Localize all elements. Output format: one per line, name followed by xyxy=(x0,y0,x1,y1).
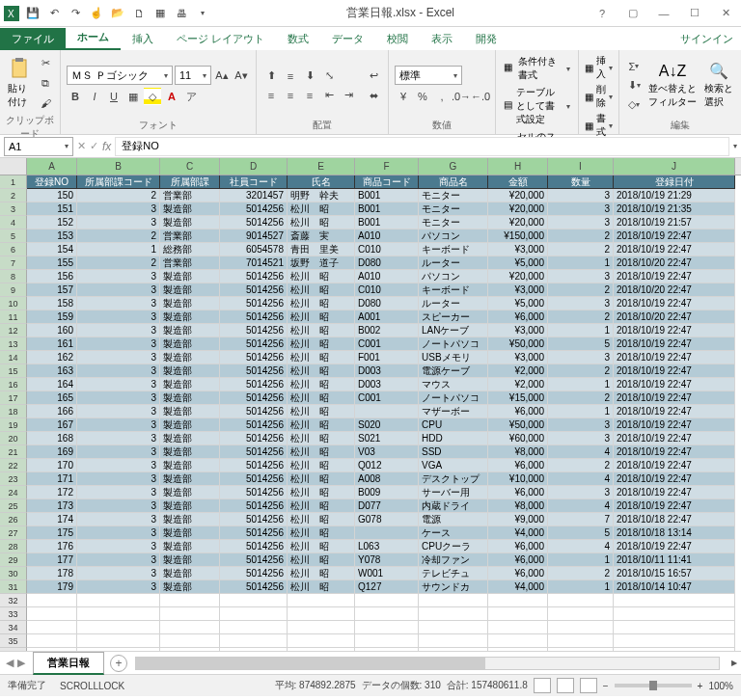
cell[interactable] xyxy=(27,594,77,607)
cell[interactable] xyxy=(220,607,288,621)
cell[interactable]: 2018/10/19 22:47 xyxy=(614,324,735,337)
cell[interactable]: 製造部 xyxy=(160,472,220,486)
cell[interactable] xyxy=(419,648,488,652)
cell[interactable]: ¥10,000 xyxy=(488,472,548,486)
cell[interactable] xyxy=(614,648,735,652)
cell[interactable]: 製造部 xyxy=(160,351,220,364)
sheet-nav-next-icon[interactable]: ▶ xyxy=(17,657,25,669)
cell[interactable]: 5014256 xyxy=(220,445,288,459)
row-header[interactable]: 30 xyxy=(0,567,27,580)
cell[interactable] xyxy=(220,648,288,652)
cell[interactable]: 2018/10/19 21:57 xyxy=(614,216,735,229)
zoom-in-button[interactable]: + xyxy=(698,681,703,691)
cell[interactable] xyxy=(488,607,548,621)
cell[interactable]: 1 xyxy=(548,378,614,391)
cell[interactable]: 2018/10/19 22:47 xyxy=(614,229,735,243)
cell[interactable]: 2 xyxy=(77,256,160,270)
cell[interactable]: ¥50,000 xyxy=(488,337,548,351)
cell[interactable]: 松川 昭 xyxy=(288,391,355,405)
cell[interactable]: 160 xyxy=(27,324,77,337)
cell[interactable]: 3 xyxy=(77,202,160,216)
cell[interactable] xyxy=(419,594,488,607)
cell[interactable]: 松川 昭 xyxy=(288,540,355,553)
cell[interactable]: 5 xyxy=(548,526,614,540)
table-header-cell[interactable]: 登録日付 xyxy=(614,175,735,189)
cell[interactable]: 製造部 xyxy=(160,526,220,540)
copy-button[interactable]: ⧉ xyxy=(37,74,54,92)
cell[interactable]: 製造部 xyxy=(160,297,220,310)
cell[interactable] xyxy=(220,621,288,634)
cell[interactable]: 2 xyxy=(548,229,614,243)
cell[interactable]: 3 xyxy=(77,513,160,526)
cell[interactable]: 5014256 xyxy=(220,432,288,445)
cell[interactable]: 161 xyxy=(27,337,77,351)
col-header-C[interactable]: C xyxy=(160,158,220,175)
cell[interactable]: ルーター xyxy=(419,256,488,270)
cell[interactable]: 3 xyxy=(77,351,160,364)
open-icon[interactable]: 📂 xyxy=(110,6,125,21)
cell[interactable]: 168 xyxy=(27,432,77,445)
cell[interactable]: 3 xyxy=(548,216,614,229)
cell[interactable]: 5014256 xyxy=(220,324,288,337)
col-header-F[interactable]: F xyxy=(355,158,419,175)
cell[interactable]: 3 xyxy=(77,445,160,459)
cell[interactable]: 5014256 xyxy=(220,351,288,364)
underline-button[interactable]: U xyxy=(105,88,123,105)
cell[interactable] xyxy=(288,648,355,652)
tab-校閲[interactable]: 校閲 xyxy=(375,28,420,50)
cell[interactable]: D003 xyxy=(355,364,419,378)
cell[interactable] xyxy=(288,634,355,648)
cell[interactable]: 3 xyxy=(548,432,614,445)
cell[interactable]: 5014256 xyxy=(220,486,288,499)
cell[interactable]: 製造部 xyxy=(160,310,220,324)
cell[interactable]: 2018/10/19 22:47 xyxy=(614,459,735,472)
fill-color-button[interactable]: ◇ xyxy=(144,88,161,105)
cell[interactable]: Y078 xyxy=(355,553,419,567)
cell[interactable]: 2 xyxy=(548,391,614,405)
cell[interactable]: マウス xyxy=(419,378,488,391)
row-header[interactable]: 18 xyxy=(0,405,27,418)
border-button[interactable]: ▦ xyxy=(124,88,142,105)
cell[interactable]: 5014256 xyxy=(220,297,288,310)
cell[interactable]: 斎藤 実 xyxy=(288,229,355,243)
cell[interactable]: デスクトップ xyxy=(419,472,488,486)
cell[interactable]: 2018/10/19 22:47 xyxy=(614,499,735,513)
cell[interactable]: 1 xyxy=(548,256,614,270)
cell[interactable]: 松川 昭 xyxy=(288,580,355,594)
cell[interactable] xyxy=(355,634,419,648)
table-header-cell[interactable]: 所属部課コード xyxy=(77,175,160,189)
cell[interactable]: 2018/10/19 22:47 xyxy=(614,243,735,256)
percent-icon[interactable]: % xyxy=(414,88,431,105)
cell[interactable] xyxy=(614,594,735,607)
cell[interactable] xyxy=(27,648,77,652)
cell[interactable] xyxy=(355,607,419,621)
cell[interactable]: 162 xyxy=(27,351,77,364)
cell[interactable]: 製造部 xyxy=(160,459,220,472)
cell[interactable]: 3 xyxy=(548,202,614,216)
cell[interactable]: 製造部 xyxy=(160,432,220,445)
cell[interactable]: 2018/10/14 10:47 xyxy=(614,580,735,594)
row-header[interactable]: 15 xyxy=(0,364,27,378)
cell[interactable]: Q127 xyxy=(355,580,419,594)
row-header[interactable]: 6 xyxy=(0,243,27,256)
row-header[interactable]: 28 xyxy=(0,540,27,553)
decrease-font-icon[interactable]: A▾ xyxy=(233,67,250,84)
cell[interactable] xyxy=(77,594,160,607)
align-top-icon[interactable]: ⬆ xyxy=(262,67,280,85)
cell[interactable]: 1 xyxy=(548,580,614,594)
cell[interactable] xyxy=(614,634,735,648)
cell[interactable] xyxy=(288,594,355,607)
cell[interactable]: 158 xyxy=(27,297,77,310)
cell[interactable]: C010 xyxy=(355,243,419,256)
cell[interactable]: 製造部 xyxy=(160,567,220,580)
cell[interactable] xyxy=(288,607,355,621)
cell[interactable]: 5014256 xyxy=(220,540,288,553)
comma-icon[interactable]: , xyxy=(433,88,451,105)
italic-button[interactable]: I xyxy=(86,88,103,105)
cell[interactable]: 製造部 xyxy=(160,216,220,229)
table-header-cell[interactable]: 金額 xyxy=(488,175,548,189)
tab-数式[interactable]: 数式 xyxy=(276,28,320,50)
cell[interactable]: C001 xyxy=(355,391,419,405)
row-header[interactable]: 26 xyxy=(0,513,27,526)
cell[interactable]: 5014256 xyxy=(220,526,288,540)
